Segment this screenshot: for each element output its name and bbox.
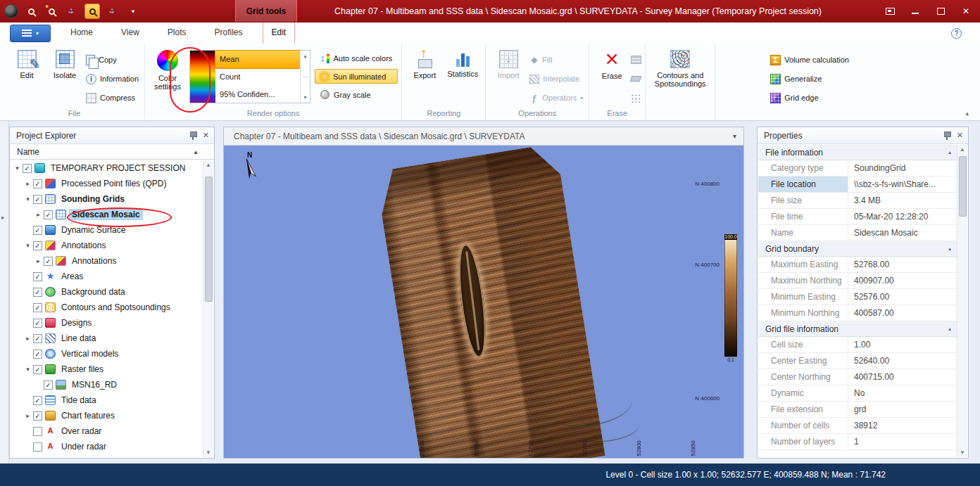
zoom-window-button[interactable]	[44, 4, 59, 19]
zoom-previous-button[interactable]	[23, 4, 39, 19]
pin-icon[interactable]	[189, 132, 196, 140]
tab-home[interactable]: Home	[62, 23, 101, 44]
quick-access-more-button[interactable]: ▾	[125, 4, 141, 19]
interpolate-button[interactable]: Interpolate	[527, 72, 585, 85]
tree-item-tide-data[interactable]: ✓Tide data	[11, 392, 203, 408]
volume-calculation-button[interactable]: Volume calculation	[768, 53, 851, 66]
tree-checkbox[interactable]: ✓	[23, 164, 32, 173]
scroll-up-icon[interactable]: ▲	[957, 146, 967, 153]
properties-scrollbar[interactable]: ▲ ▼	[957, 145, 967, 457]
tree-item-background-data[interactable]: ✓Background data	[11, 284, 203, 300]
tree-checkbox[interactable]: ✓	[33, 396, 42, 405]
scale-option-mean[interactable]: Mean	[215, 51, 300, 68]
application-menu-button[interactable]: ▾	[10, 25, 51, 42]
tree-checkbox[interactable]: ✓	[33, 350, 42, 359]
generalize-button[interactable]: Generalize	[768, 72, 851, 85]
scroll-up-icon[interactable]: ▴	[304, 53, 307, 59]
scale-option-count[interactable]: Count	[215, 68, 300, 86]
expander-closed-icon[interactable]: ▸	[33, 257, 44, 264]
grid-edge-button[interactable]: Grid edge	[768, 91, 851, 104]
tree-item-contours-and-spotsoundings[interactable]: ✓Contours and Spotsoundings	[11, 300, 203, 315]
tree-item-areas[interactable]: ✓Areas	[11, 269, 203, 284]
contextual-tab-group[interactable]: Grid tools	[235, 0, 297, 22]
zoom-extents-button[interactable]	[64, 4, 80, 19]
scroll-down-icon[interactable]: ▼	[957, 449, 967, 456]
app-logo[interactable]	[4, 4, 18, 18]
expander-closed-icon[interactable]: ▸	[33, 211, 44, 218]
tree-checkbox[interactable]: ✓	[33, 195, 42, 204]
tree-item-designs[interactable]: ✓Designs	[11, 315, 203, 331]
gray-scale-button[interactable]: Gray scale	[315, 87, 398, 102]
operators-button[interactable]: Operators ▾	[527, 91, 585, 104]
copy-button[interactable]: Copy	[84, 53, 141, 66]
erase-layers-button[interactable]	[631, 53, 641, 66]
tab-profiles[interactable]: Profiles	[206, 23, 251, 44]
fill-button[interactable]: Fill	[527, 53, 585, 66]
tree-checkbox[interactable]: ✓	[33, 319, 42, 328]
property-row-file-time[interactable]: File time05-Mar-20 12:28:20	[758, 209, 957, 225]
tree-item-annotations[interactable]: ▾✓Annotations	[11, 238, 203, 253]
pan-tool-button[interactable]	[105, 4, 120, 19]
property-row-file-location[interactable]: File location\\sbz-s-fs-win\Share...	[758, 177, 957, 193]
maximize-button[interactable]	[935, 6, 946, 17]
edit-button[interactable]: Edit	[8, 45, 46, 105]
tab-edit[interactable]: Edit	[263, 23, 296, 44]
scale-option-95-confiden[interactable]: 95% Confiden...	[215, 85, 300, 103]
tree-checkbox[interactable]: ✓	[33, 411, 42, 421]
map-canvas[interactable]: N 100.0 0.1 N 400800N 400700N 400600E 52…	[224, 146, 743, 458]
scroll-down-icon[interactable]: ▾	[304, 94, 307, 101]
tree-checkbox[interactable]	[33, 427, 42, 436]
tree-checkbox[interactable]: ✓	[33, 272, 42, 281]
isolate-button[interactable]: Isolate	[46, 45, 84, 105]
collapse-ribbon-button[interactable]: ▴	[965, 110, 969, 117]
tree-checkbox[interactable]: ✓	[33, 334, 42, 343]
sun-illuminated-button[interactable]: Sun illuminated	[315, 69, 398, 84]
erase-cells-button[interactable]	[631, 91, 641, 104]
property-row-minimum-northing[interactable]: Minimum Northing400587.00	[758, 305, 957, 321]
scrollbar-thumb[interactable]	[959, 156, 967, 217]
properties-section-grid-file-information[interactable]: Grid file information▴	[758, 321, 957, 337]
tree-item-raster-files[interactable]: ▾✓Raster files	[11, 362, 203, 377]
tree-checkbox[interactable]: ✓	[33, 179, 42, 188]
tree-checkbox[interactable]: ✓	[44, 257, 53, 266]
expander-closed-icon[interactable]: ▸	[23, 412, 33, 419]
collapse-chevron-icon[interactable]: ▴	[948, 245, 951, 252]
expander-open-icon[interactable]: ▾	[12, 165, 23, 172]
expander-closed-icon[interactable]: ▸	[23, 335, 33, 342]
tab-plots[interactable]: Plots	[159, 23, 195, 44]
property-row-maximum-northing[interactable]: Maximum Northing400907.00	[758, 273, 957, 289]
expander-open-icon[interactable]: ▾	[23, 242, 33, 249]
property-row-file-extension[interactable]: File extensiongrd	[758, 402, 957, 418]
tree-item-line-data[interactable]: ▸✓Line data	[11, 331, 203, 346]
property-row-category-type[interactable]: Category typeSoundingGrid	[758, 160, 957, 177]
property-row-file-size[interactable]: File size3.4 MB	[758, 193, 957, 209]
tree-checkbox[interactable]: ✓	[33, 288, 42, 297]
expander-closed-icon[interactable]: ▸	[23, 180, 33, 187]
scroll-down-icon[interactable]: ▼	[203, 449, 213, 456]
tree-checkbox[interactable]: ✓	[33, 303, 42, 312]
expander-open-icon[interactable]: ▾	[23, 366, 33, 373]
tree-checkbox[interactable]: ✓	[44, 381, 53, 390]
tree-item-under-radar[interactable]: Under radar	[11, 439, 203, 454]
expander-open-icon[interactable]: ▾	[23, 196, 33, 203]
property-row-center-northing[interactable]: Center Northing400715.00	[758, 369, 957, 385]
zoom-tool-button[interactable]	[84, 4, 100, 19]
minimize-button[interactable]	[910, 6, 921, 17]
tree-item-msn16-rd[interactable]: ✓MSN16_RD	[11, 377, 203, 392]
eraser-tool-button[interactable]	[631, 72, 641, 85]
tree-item-processed-point-files-qpd[interactable]: ▸✓Processed Point files (QPD)	[11, 176, 203, 191]
property-row-minimum-easting[interactable]: Minimum Easting52576.00	[758, 289, 957, 305]
property-row-cell-size[interactable]: Cell size1.00	[758, 337, 957, 353]
layout-button[interactable]	[884, 6, 896, 17]
property-row-dynamic[interactable]: DynamicNo	[758, 385, 957, 402]
information-button[interactable]: Information	[84, 72, 141, 85]
tree-item-chart-features[interactable]: ▸✓Chart features	[11, 408, 203, 423]
tree-scrollbar[interactable]: ▲ ▼	[203, 160, 213, 457]
property-row-center-easting[interactable]: Center Easting52640.00	[758, 353, 957, 369]
tree-checkbox[interactable]: ✓	[44, 210, 53, 219]
tree-item-vertical-models[interactable]: ✓Vertical models	[11, 346, 203, 362]
statistics-button[interactable]: Statistics	[444, 45, 482, 105]
view-menu-caret-icon[interactable]: ▾	[733, 132, 736, 140]
tree-checkbox[interactable]	[33, 442, 42, 452]
tab-view[interactable]: View	[113, 23, 148, 44]
